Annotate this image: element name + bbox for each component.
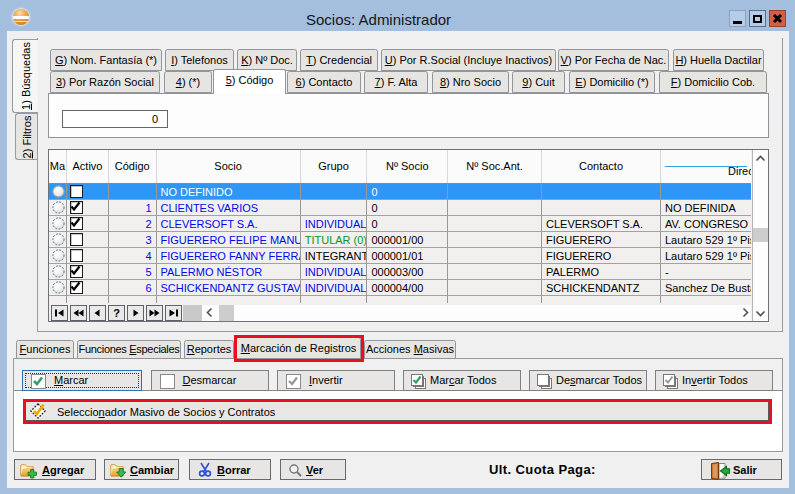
svg-text:?: ? [113,307,120,319]
